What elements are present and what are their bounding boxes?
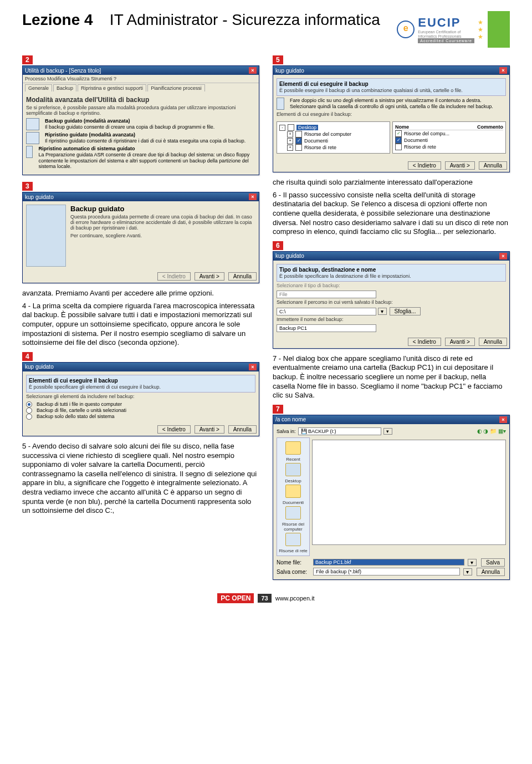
badge-4: 4 <box>22 352 33 361</box>
close-icon[interactable]: × <box>249 67 257 74</box>
tree-toggle[interactable]: + <box>287 131 293 137</box>
computer-icon[interactable] <box>285 506 301 519</box>
brand-sub2: Informatics Professionals <box>418 34 474 39</box>
text-step5: 5 - Avendo deciso di salvare solo alcuni… <box>22 442 259 516</box>
stars-icon: ★★★ <box>478 19 484 40</box>
badge-6: 6 <box>273 241 283 250</box>
page-footer: PC OPEN 73 www.pcopen.it <box>22 593 510 603</box>
filename-input[interactable]: Backup PC1.bkf <box>313 559 464 566</box>
badge-7: 7 <box>273 405 283 414</box>
wizard-icon[interactable] <box>26 118 39 130</box>
badge-2: 2 <box>22 55 33 64</box>
back-button[interactable]: < Indietro <box>408 338 441 346</box>
badge-5: 5 <box>273 55 283 64</box>
file-list[interactable] <box>312 440 506 545</box>
window-backup-items: kup guidato× Elementi di cui eseguire il… <box>22 362 259 436</box>
radio[interactable] <box>26 401 32 408</box>
radio[interactable] <box>26 408 32 414</box>
save-button[interactable]: Salva <box>481 558 505 567</box>
desktop-icon[interactable] <box>285 463 301 476</box>
win2-tabs[interactable]: GeneraleBackupRipristina e gestisci supp… <box>23 83 259 93</box>
checkbox[interactable] <box>395 144 402 150</box>
win2-intro: Se si preferisce, è possibile passare al… <box>26 105 255 116</box>
win2-heading: Modalità avanzata dell'Utilità di backup <box>26 96 255 104</box>
checkbox[interactable] <box>288 124 294 131</box>
filetype-select[interactable]: File di backup (*.bkf) <box>313 568 460 575</box>
lesson-label: Lezione 4 <box>22 11 93 29</box>
back-button[interactable]: < Indietro <box>157 425 191 434</box>
badge-3: 3 <box>22 182 33 191</box>
cancel-button[interactable]: Annulla <box>479 338 507 346</box>
eucip-logo-icon: e <box>397 21 415 38</box>
pcopen-logo: PC OPEN <box>217 593 254 603</box>
close-icon[interactable]: × <box>499 416 507 423</box>
checkbox[interactable]: ✓ <box>295 137 302 144</box>
win4-title: kup guidato <box>25 364 54 370</box>
recent-icon[interactable] <box>285 441 301 455</box>
path-input[interactable]: C:\ <box>277 308 376 315</box>
cancel-button[interactable]: Annulla <box>228 272 257 281</box>
win2-title: Utilità di backup - [Senza titolo] <box>25 68 101 74</box>
win5-title: kup guidato <box>275 68 304 74</box>
text-step6: 6 - Il passo successivo consiste nella s… <box>273 191 510 237</box>
dropdown-icon[interactable]: ▾ <box>468 559 477 566</box>
cancel-button[interactable]: Annulla <box>228 425 257 434</box>
wizard-icon[interactable] <box>26 146 33 158</box>
checkbox[interactable]: ✓ <box>395 137 402 144</box>
wizard-icon[interactable] <box>26 132 39 144</box>
type-select: File <box>277 291 376 298</box>
text-partial: che risulta quindi solo parzialmente int… <box>273 178 510 187</box>
window-backup-wizard-intro: kup guidato× Backup guidato Questa proce… <box>22 192 259 283</box>
back-button: < Indietro <box>157 272 191 281</box>
brand-sub1: European Certification of <box>418 30 474 34</box>
win3-title: kup guidato <box>25 194 54 200</box>
close-icon[interactable]: × <box>249 364 257 370</box>
brand-block: e EUCIP European Certification of Inform… <box>397 11 510 48</box>
green-bar <box>488 11 510 48</box>
win7-title: /a con nome <box>275 416 306 422</box>
checkbox[interactable]: ✓ <box>395 130 402 137</box>
window-save-as: /a con nome× Salva in: 💾 BACKUP (I:) ▾ ◐… <box>273 415 510 580</box>
browse-button[interactable]: Sfoglia... <box>390 307 421 315</box>
next-button[interactable]: Avanti > <box>195 425 224 434</box>
win6-title: kup guidato <box>275 253 304 259</box>
radio[interactable] <box>26 414 32 420</box>
name-input[interactable]: Backup PC1 <box>277 324 376 332</box>
dropdown-icon[interactable]: ▾ <box>463 568 472 575</box>
window-backup-utility: Utilità di backup - [Senza titolo] × Pro… <box>22 65 259 175</box>
dropdown-icon[interactable]: ▾ <box>378 308 387 315</box>
window-backup-dest: kup guidato× Tipo di backup, destinazion… <box>273 251 510 349</box>
brand-name: EUCIP <box>418 16 474 30</box>
footer-url: www.pcopen.it <box>275 595 315 602</box>
next-button[interactable]: Avanti > <box>195 272 224 281</box>
win2-menu[interactable]: Processo Modifica Visualizza Strumenti ? <box>23 75 259 83</box>
tree-toggle[interactable]: + <box>287 138 293 144</box>
close-icon[interactable]: × <box>499 253 507 259</box>
close-icon[interactable]: × <box>249 193 257 200</box>
doc-title: IT Administrator - Sicurezza informatica <box>110 11 380 29</box>
page-number: 73 <box>258 594 271 603</box>
network-icon[interactable] <box>285 533 301 546</box>
accredited-bar: Accredited Courseware <box>418 38 474 43</box>
page-header: Lezione 4 IT Administrator - Sicurezza i… <box>22 11 510 48</box>
text-step4: 4 - La prima scelta da compiere riguarda… <box>22 302 259 348</box>
window-select-elements: kup guidato× Elementi di cui eseguire il… <box>273 65 510 172</box>
win3-heading: Backup guidato <box>70 205 255 213</box>
tree-toggle[interactable]: + <box>287 145 293 151</box>
text-avanzata: avanzata. Premiamo Avanti per accedere a… <box>22 289 259 298</box>
text-step7: 7 - Nel dialog box che appare scegliamo … <box>273 354 510 400</box>
checkbox[interactable] <box>295 144 302 151</box>
next-button[interactable]: Avanti > <box>445 338 475 346</box>
documents-icon[interactable] <box>285 485 301 498</box>
back-button[interactable]: < Indietro <box>408 161 441 170</box>
wizard-banner-icon <box>26 205 66 267</box>
next-button[interactable]: Avanti > <box>445 161 475 170</box>
savein-select[interactable]: 💾 BACKUP (I:) <box>298 427 381 435</box>
close-icon[interactable]: × <box>499 67 507 74</box>
cancel-button[interactable]: Annulla <box>479 161 507 170</box>
cancel-button[interactable]: Annulla <box>477 568 505 576</box>
dropdown-icon[interactable]: ▾ <box>383 428 392 435</box>
tree-toggle[interactable]: - <box>279 125 285 131</box>
info-icon <box>277 98 284 110</box>
checkbox[interactable] <box>295 131 302 137</box>
